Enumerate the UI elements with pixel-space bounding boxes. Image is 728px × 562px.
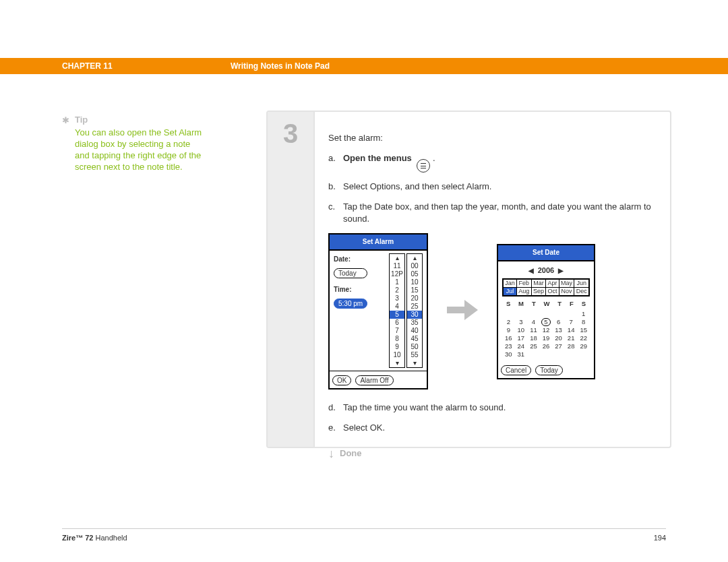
text-c: Tap the Date box, and then tap the year,… [343,201,657,225]
marker-b: b. [328,181,343,193]
tip-asterisk-icon: ✱ [62,115,69,126]
set-alarm-footer: OK Alarm Off [330,371,427,388]
cancel-button[interactable]: Cancel [501,365,531,375]
substep-list-2: d. Tap the time you want the alarm to so… [328,402,657,434]
footer-product: Zire™ 72 Handheld [62,534,127,542]
text-d: Tap the time you want the alarm to sound… [343,402,657,414]
chapter-title: Writing Notes in Note Pad [231,58,330,74]
substep-c: c. Tap the Date box, and then tap the ye… [328,201,657,225]
substep-e: e. Select OK. [328,422,657,434]
today-button-2[interactable]: Today [535,365,563,375]
chapter-header-bar: CHAPTER 11 Writing Notes in Note Pad [0,58,728,74]
arrow-right-icon [447,299,478,325]
set-alarm-dialog: Set Alarm Date: Today Time: 5:30 pm ▴111… [328,233,428,389]
done-arrow-icon: ↓ [328,449,334,458]
month-grid[interactable]: JanFebMarAprMayJunJulAugSepOctNovDec [502,278,590,296]
time-picker-columns: ▴1112P12345678910▾ ▴00051015202530354045… [389,253,423,368]
text-b: Select Options, and then select Alarm. [343,181,657,193]
alarm-left: Date: Today Time: 5:30 pm [334,253,367,368]
hour-column[interactable]: ▴1112P12345678910▾ [389,253,405,368]
document-page: CHAPTER 11 Writing Notes in Note Pad ✱ T… [0,0,728,562]
open-menus-bold: Open the menus [343,153,412,163]
text-e: Select OK. [343,422,657,434]
marker-a: a. [328,152,343,173]
tip-block: ✱ Tip You can also open the Set Alarm di… [75,114,206,173]
marker-e: e. [328,422,343,434]
step-body: Set the alarm: a. Open the menus . b. Se… [328,132,657,433]
set-date-dialog: Set Date ◀2006▶ JanFebMarAprMayJunJulAug… [497,244,595,379]
year-next-icon[interactable]: ▶ [554,265,568,277]
done-row: ↓ Done [328,447,657,460]
step-card: 3 Set the alarm: a. Open the menus . b. … [266,111,671,448]
set-date-body: ◀2006▶ JanFebMarAprMayJunJulAugSepOctNov… [498,261,594,361]
time-button[interactable]: 5:30 pm [334,299,367,309]
year-picker[interactable]: ◀2006▶ [502,264,590,278]
marker-c: c. [328,201,343,225]
set-alarm-title: Set Alarm [330,235,427,251]
day-of-week-header: SMTWTFS [502,298,590,310]
set-alarm-body: Date: Today Time: 5:30 pm ▴1112P12345678… [330,251,427,371]
alarm-off-button[interactable]: Alarm Off [355,375,393,385]
time-label: Time: [334,284,367,296]
ok-button[interactable]: OK [332,375,351,385]
done-label: Done [340,447,362,460]
step-number: 3 [268,119,313,149]
footer-page-number: 194 [654,534,666,542]
menu-icon [417,159,430,173]
year-value: 2006 [538,266,554,274]
set-date-title: Set Date [498,245,594,261]
calendar-grid[interactable]: 1234567891011121314151617181920212223242… [502,310,590,358]
marker-d: d. [328,402,343,414]
chapter-label: CHAPTER 11 [62,58,113,74]
date-label: Date: [334,253,367,266]
tip-label: Tip [75,114,206,125]
substep-list: a. Open the menus . b. Select Options, a… [328,152,657,225]
footer-rule [62,528,666,529]
substep-b: b. Select Options, and then select Alarm… [328,181,657,193]
footer-product-rest: Handheld [93,534,127,542]
year-prev-icon[interactable]: ◀ [524,265,538,277]
step-number-band [268,112,315,447]
tip-text: You can also open the Set Alarm dialog b… [75,127,206,173]
substep-a: a. Open the menus . [328,152,657,173]
after-a: . [430,153,435,163]
footer-product-bold: Zire™ 72 [62,534,93,542]
step-intro: Set the alarm: [328,132,657,144]
figure-row: Set Alarm Date: Today Time: 5:30 pm ▴111… [328,233,657,389]
text-a: Open the menus . [343,152,657,173]
minute-column[interactable]: ▴000510152025303540455055▾ [406,253,423,368]
set-date-footer: Cancel Today [498,361,594,378]
substep-d: d. Tap the time you want the alarm to so… [328,402,657,414]
today-button[interactable]: Today [334,268,367,278]
